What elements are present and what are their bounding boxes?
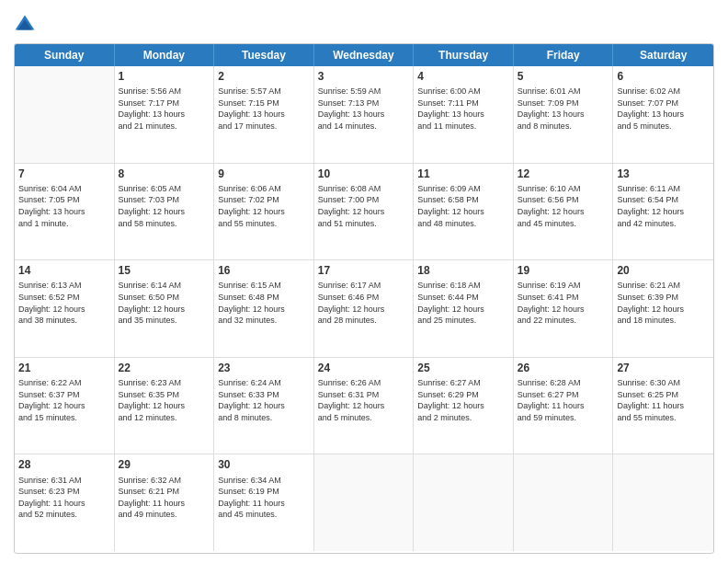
cal-cell-day-18: 18Sunrise: 6:18 AM Sunset: 6:44 PM Dayli… — [414, 260, 514, 357]
cal-cell-day-8: 8Sunrise: 6:05 AM Sunset: 7:03 PM Daylig… — [115, 164, 215, 260]
cell-info: Sunrise: 6:04 AM Sunset: 7:05 PM Dayligh… — [18, 183, 110, 229]
day-number: 22 — [119, 361, 210, 375]
cal-cell-day-21: 21Sunrise: 6:22 AM Sunset: 6:37 PM Dayli… — [15, 358, 115, 454]
cal-cell-day-1: 1Sunrise: 5:56 AM Sunset: 7:17 PM Daylig… — [115, 66, 215, 163]
cal-cell-empty — [414, 454, 514, 551]
day-number: 18 — [417, 263, 509, 278]
calendar: SundayMondayTuesdayWednesdayThursdayFrid… — [14, 43, 714, 554]
cal-cell-empty — [613, 454, 713, 551]
calendar-header: SundayMondayTuesdayWednesdayThursdayFrid… — [15, 44, 713, 66]
cell-info: Sunrise: 5:56 AM Sunset: 7:17 PM Dayligh… — [119, 86, 210, 132]
day-number: 24 — [318, 361, 410, 375]
cal-cell-day-20: 20Sunrise: 6:21 AM Sunset: 6:39 PM Dayli… — [613, 260, 713, 357]
cell-info: Sunrise: 5:57 AM Sunset: 7:15 PM Dayligh… — [218, 86, 310, 132]
day-number: 5 — [518, 69, 609, 84]
cal-cell-day-15: 15Sunrise: 6:14 AM Sunset: 6:50 PM Dayli… — [115, 260, 215, 357]
cal-cell-day-12: 12Sunrise: 6:10 AM Sunset: 6:56 PM Dayli… — [514, 164, 614, 260]
cal-cell-day-5: 5Sunrise: 6:01 AM Sunset: 7:09 PM Daylig… — [514, 66, 614, 163]
day-number: 28 — [18, 457, 110, 472]
cal-cell-day-22: 22Sunrise: 6:23 AM Sunset: 6:35 PM Dayli… — [115, 358, 215, 454]
cal-cell-day-28: 28Sunrise: 6:31 AM Sunset: 6:23 PM Dayli… — [15, 454, 115, 551]
cal-cell-day-16: 16Sunrise: 6:15 AM Sunset: 6:48 PM Dayli… — [214, 260, 314, 357]
cal-row-4: 21Sunrise: 6:22 AM Sunset: 6:37 PM Dayli… — [15, 358, 713, 455]
cal-row-2: 7Sunrise: 6:04 AM Sunset: 7:05 PM Daylig… — [15, 164, 713, 261]
cal-cell-empty — [514, 454, 614, 551]
cell-info: Sunrise: 6:23 AM Sunset: 6:35 PM Dayligh… — [119, 377, 210, 423]
day-number: 13 — [617, 167, 710, 181]
cell-info: Sunrise: 6:11 AM Sunset: 6:54 PM Dayligh… — [617, 183, 710, 229]
cell-info: Sunrise: 6:17 AM Sunset: 6:46 PM Dayligh… — [318, 280, 410, 326]
day-number: 30 — [218, 457, 310, 472]
calendar-body: 1Sunrise: 5:56 AM Sunset: 7:17 PM Daylig… — [15, 66, 713, 551]
cal-cell-day-2: 2Sunrise: 5:57 AM Sunset: 7:15 PM Daylig… — [214, 66, 314, 163]
day-number: 23 — [218, 361, 310, 375]
cal-cell-day-23: 23Sunrise: 6:24 AM Sunset: 6:33 PM Dayli… — [214, 358, 314, 454]
cal-cell-day-30: 30Sunrise: 6:34 AM Sunset: 6:19 PM Dayli… — [214, 454, 314, 551]
cal-cell-day-3: 3Sunrise: 5:59 AM Sunset: 7:13 PM Daylig… — [314, 66, 415, 163]
cell-info: Sunrise: 6:32 AM Sunset: 6:21 PM Dayligh… — [119, 475, 210, 521]
cal-row-5: 28Sunrise: 6:31 AM Sunset: 6:23 PM Dayli… — [15, 454, 713, 551]
logo — [14, 14, 40, 36]
cal-cell-day-7: 7Sunrise: 6:04 AM Sunset: 7:05 PM Daylig… — [15, 164, 115, 260]
day-number: 16 — [218, 263, 310, 278]
cell-info: Sunrise: 6:31 AM Sunset: 6:23 PM Dayligh… — [18, 475, 110, 521]
day-number: 29 — [119, 457, 210, 472]
day-number: 14 — [18, 263, 110, 278]
cal-row-3: 14Sunrise: 6:13 AM Sunset: 6:52 PM Dayli… — [15, 260, 713, 358]
cell-info: Sunrise: 6:01 AM Sunset: 7:09 PM Dayligh… — [518, 86, 609, 132]
day-number: 3 — [318, 69, 410, 84]
cal-row-1: 1Sunrise: 5:56 AM Sunset: 7:17 PM Daylig… — [15, 66, 713, 164]
cell-info: Sunrise: 6:22 AM Sunset: 6:37 PM Dayligh… — [18, 377, 110, 423]
day-number: 1 — [119, 69, 210, 84]
day-number: 26 — [518, 361, 609, 375]
header-day-sunday: Sunday — [15, 44, 115, 66]
header-day-thursday: Thursday — [414, 44, 514, 66]
day-number: 2 — [218, 69, 310, 84]
cell-info: Sunrise: 6:30 AM Sunset: 6:25 PM Dayligh… — [617, 377, 710, 423]
header — [14, 14, 714, 36]
cal-cell-empty — [314, 454, 415, 551]
cell-info: Sunrise: 6:00 AM Sunset: 7:11 PM Dayligh… — [417, 86, 509, 132]
day-number: 15 — [119, 263, 210, 278]
cal-cell-day-25: 25Sunrise: 6:27 AM Sunset: 6:29 PM Dayli… — [414, 358, 514, 454]
cell-info: Sunrise: 6:18 AM Sunset: 6:44 PM Dayligh… — [417, 280, 509, 326]
day-number: 27 — [617, 361, 710, 375]
cell-info: Sunrise: 5:59 AM Sunset: 7:13 PM Dayligh… — [318, 86, 410, 132]
cell-info: Sunrise: 6:28 AM Sunset: 6:27 PM Dayligh… — [518, 377, 609, 423]
day-number: 21 — [18, 361, 110, 375]
cal-cell-day-27: 27Sunrise: 6:30 AM Sunset: 6:25 PM Dayli… — [613, 358, 713, 454]
cal-cell-day-9: 9Sunrise: 6:06 AM Sunset: 7:02 PM Daylig… — [214, 164, 314, 260]
cal-cell-day-26: 26Sunrise: 6:28 AM Sunset: 6:27 PM Dayli… — [514, 358, 614, 454]
day-number: 20 — [617, 263, 710, 278]
cal-cell-day-29: 29Sunrise: 6:32 AM Sunset: 6:21 PM Dayli… — [115, 454, 215, 551]
day-number: 6 — [617, 69, 710, 84]
day-number: 19 — [518, 263, 609, 278]
cell-info: Sunrise: 6:02 AM Sunset: 7:07 PM Dayligh… — [617, 86, 710, 132]
cell-info: Sunrise: 6:34 AM Sunset: 6:19 PM Dayligh… — [218, 475, 310, 521]
cell-info: Sunrise: 6:21 AM Sunset: 6:39 PM Dayligh… — [617, 280, 710, 326]
logo-icon — [14, 14, 36, 36]
cell-info: Sunrise: 6:19 AM Sunset: 6:41 PM Dayligh… — [518, 280, 609, 326]
cal-cell-day-14: 14Sunrise: 6:13 AM Sunset: 6:52 PM Dayli… — [15, 260, 115, 357]
header-day-friday: Friday — [514, 44, 614, 66]
day-number: 25 — [417, 361, 509, 375]
cal-cell-day-11: 11Sunrise: 6:09 AM Sunset: 6:58 PM Dayli… — [414, 164, 514, 260]
cell-info: Sunrise: 6:14 AM Sunset: 6:50 PM Dayligh… — [119, 280, 210, 326]
cell-info: Sunrise: 6:26 AM Sunset: 6:31 PM Dayligh… — [318, 377, 410, 423]
cal-cell-day-19: 19Sunrise: 6:19 AM Sunset: 6:41 PM Dayli… — [514, 260, 614, 357]
cell-info: Sunrise: 6:13 AM Sunset: 6:52 PM Dayligh… — [18, 280, 110, 326]
day-number: 7 — [18, 167, 110, 181]
cell-info: Sunrise: 6:06 AM Sunset: 7:02 PM Dayligh… — [218, 183, 310, 229]
day-number: 12 — [518, 167, 609, 181]
cell-info: Sunrise: 6:15 AM Sunset: 6:48 PM Dayligh… — [218, 280, 310, 326]
cal-cell-day-10: 10Sunrise: 6:08 AM Sunset: 7:00 PM Dayli… — [314, 164, 415, 260]
cal-cell-day-6: 6Sunrise: 6:02 AM Sunset: 7:07 PM Daylig… — [613, 66, 713, 163]
header-day-tuesday: Tuesday — [214, 44, 314, 66]
header-day-wednesday: Wednesday — [314, 44, 415, 66]
day-number: 9 — [218, 167, 310, 181]
header-day-saturday: Saturday — [613, 44, 713, 66]
cell-info: Sunrise: 6:10 AM Sunset: 6:56 PM Dayligh… — [518, 183, 609, 229]
cal-cell-empty — [15, 66, 115, 163]
day-number: 4 — [417, 69, 509, 84]
day-number: 8 — [119, 167, 210, 181]
